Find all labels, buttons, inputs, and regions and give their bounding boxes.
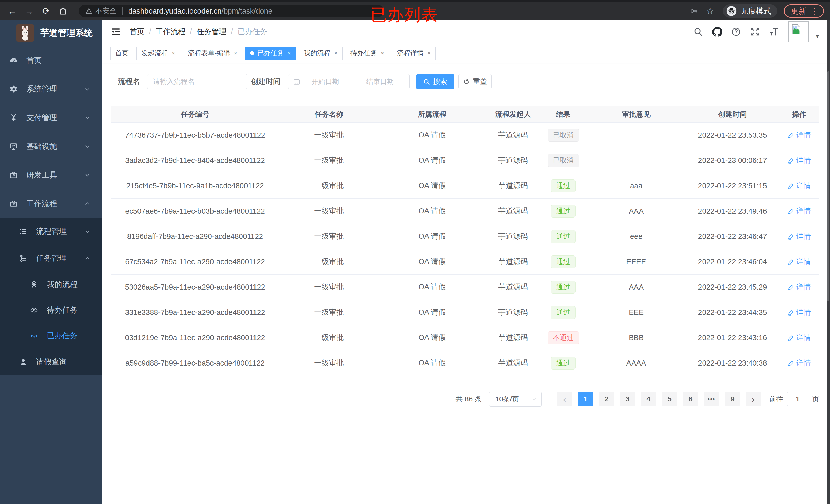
user-icon	[19, 358, 27, 366]
detail-link-label: 详情	[796, 307, 811, 317]
page-button-6[interactable]: 6	[682, 392, 698, 406]
process-cell: OA 请假	[378, 180, 486, 191]
scrollbar-thumb[interactable]	[827, 71, 829, 301]
next-page-button[interactable]: ›	[745, 392, 761, 406]
page-scrollbar[interactable]	[827, 20, 830, 504]
browser-forward-icon[interactable]: →	[25, 6, 34, 15]
sidebar-item-process-mgmt[interactable]: 流程管理	[0, 218, 102, 245]
tab-form-edit[interactable]: 流程表单-编辑×	[183, 46, 242, 60]
yen-icon	[9, 113, 18, 122]
breadcrumb-item[interactable]: 首页	[130, 27, 145, 37]
detail-link[interactable]: 详情	[788, 282, 811, 292]
detail-link[interactable]: 详情	[788, 232, 811, 241]
page-button-9[interactable]: 9	[725, 392, 740, 406]
browser-back-icon[interactable]: ←	[8, 6, 17, 15]
reset-button[interactable]: 重置	[458, 74, 491, 89]
tab-start-process[interactable]: 发起流程×	[136, 46, 180, 60]
password-key-icon[interactable]	[690, 7, 698, 15]
operation-cell: 详情	[779, 274, 819, 300]
page-button-3[interactable]: 3	[619, 392, 635, 406]
page-button-2[interactable]: 2	[599, 392, 614, 406]
breadcrumb-item[interactable]: 工作流程	[156, 27, 185, 37]
tab-close-icon[interactable]: ×	[234, 49, 237, 57]
help-icon[interactable]	[731, 27, 741, 37]
prev-page-button[interactable]: ‹	[556, 392, 572, 406]
fullscreen-icon[interactable]	[750, 27, 760, 37]
table-row: 3adac3d2-7b9d-11ec-8404-acde48001122一级审批…	[110, 148, 819, 173]
result-cell: 已取消	[540, 129, 586, 142]
page-more-button[interactable]: •••	[704, 392, 720, 406]
task-name-cell: 一级审批	[280, 333, 378, 343]
operation-cell: 详情	[779, 224, 819, 249]
address-bar[interactable]: 不安全 dashboard.yudao.iocoder.cn /bpm/task…	[79, 5, 384, 17]
browser-reload-icon[interactable]: ⟳	[41, 6, 51, 15]
sidebar-item-my-process[interactable]: 我的流程	[0, 272, 102, 297]
result-tag: 已取消	[548, 154, 579, 167]
table-row: 215cf4e5-7b9b-11ec-9a1b-acde48001122一级审批…	[110, 173, 819, 199]
page-button-1[interactable]: 1	[578, 392, 594, 406]
tab-home[interactable]: 首页	[110, 46, 133, 60]
chevron-down-icon	[84, 114, 91, 121]
tab-close-icon[interactable]: ×	[334, 49, 338, 57]
sidebar-item-label: 基础设施	[26, 141, 57, 152]
detail-link-label: 详情	[796, 358, 811, 368]
detail-link[interactable]: 详情	[788, 307, 811, 317]
font-size-icon[interactable]	[769, 27, 779, 37]
sidebar-item-workflow[interactable]: 工作流程	[0, 189, 102, 218]
tab-todo-tasks[interactable]: 待办任务×	[346, 46, 389, 60]
tab-close-icon[interactable]: ×	[171, 49, 175, 57]
github-icon[interactable]	[712, 27, 722, 37]
tab-close-icon[interactable]: ×	[427, 49, 431, 57]
header-search-icon[interactable]	[693, 27, 703, 37]
search-button[interactable]: 搜索	[416, 74, 454, 89]
avatar-caret-down-icon[interactable]: ▼	[815, 33, 820, 40]
detail-link[interactable]: 详情	[788, 257, 811, 267]
sidebar-item-payment-mgmt[interactable]: 支付管理	[0, 103, 102, 132]
tab-close-icon[interactable]: ×	[381, 49, 384, 57]
browser-update-button[interactable]: 更新 ⋮	[784, 4, 824, 18]
result-cell: 不通过	[540, 331, 586, 344]
browser-menu-dots-icon[interactable]: ⋮	[811, 7, 819, 15]
page-button-5[interactable]: 5	[662, 392, 677, 406]
tab-done-tasks[interactable]: 已办任务×	[245, 46, 296, 60]
table-row: 331e3388-7b9a-11ec-a290-acde48001122一级审批…	[110, 300, 819, 325]
date-range-picker[interactable]: 开始日期 - 结束日期	[288, 74, 410, 89]
sidebar-toggle-icon[interactable]	[110, 27, 121, 37]
page-button-4[interactable]: 4	[641, 392, 657, 406]
result-cell: 通过	[540, 205, 586, 218]
result-cell: 通过	[540, 179, 586, 192]
tab-my-process[interactable]: 我的流程×	[299, 46, 343, 60]
sidebar-item-done-tasks[interactable]: 已办任务	[0, 323, 102, 348]
tab-close-icon[interactable]: ×	[288, 49, 291, 57]
sidebar-item-leave-query[interactable]: 请假查询	[0, 348, 102, 375]
sidebar-item-home[interactable]: 首页	[0, 46, 102, 75]
detail-link[interactable]: 详情	[788, 130, 811, 140]
page-size-select[interactable]: 10条/页	[489, 392, 542, 406]
result-tag: 通过	[551, 357, 576, 370]
sidebar-item-task-mgmt[interactable]: 任务管理	[0, 245, 102, 272]
tab-label: 我的流程	[304, 48, 330, 58]
breadcrumb-item[interactable]: 任务管理	[197, 27, 226, 37]
detail-link[interactable]: 详情	[788, 181, 811, 191]
tab-process-detail[interactable]: 流程详情×	[392, 46, 436, 60]
sidebar-item-system-mgmt[interactable]: 系统管理	[0, 75, 102, 103]
sidebar-item-dev-tools[interactable]: 研发工具	[0, 161, 102, 189]
sidebar-item-todo-tasks[interactable]: 待办任务	[0, 297, 102, 323]
goto-page-input[interactable]	[787, 392, 808, 406]
chevron-down-icon	[84, 143, 91, 150]
avatar[interactable]	[788, 21, 809, 42]
browser-home-icon[interactable]	[58, 6, 68, 15]
sidebar-item-infrastructure[interactable]: 基础设施	[0, 132, 102, 161]
column-header: 创建时间	[686, 109, 779, 119]
app-logo-row[interactable]: 芋道管理系统	[0, 20, 102, 46]
column-header: 操作	[779, 106, 819, 122]
calendar-icon	[293, 78, 300, 86]
bookmark-star-icon[interactable]: ☆	[706, 6, 714, 15]
detail-link[interactable]: 详情	[788, 358, 811, 368]
monitor-icon	[9, 142, 18, 150]
security-label: 不安全	[95, 6, 117, 16]
detail-link[interactable]: 详情	[788, 206, 811, 216]
process-name-input[interactable]	[147, 74, 247, 89]
detail-link[interactable]: 详情	[788, 156, 811, 165]
detail-link[interactable]: 详情	[788, 333, 811, 343]
